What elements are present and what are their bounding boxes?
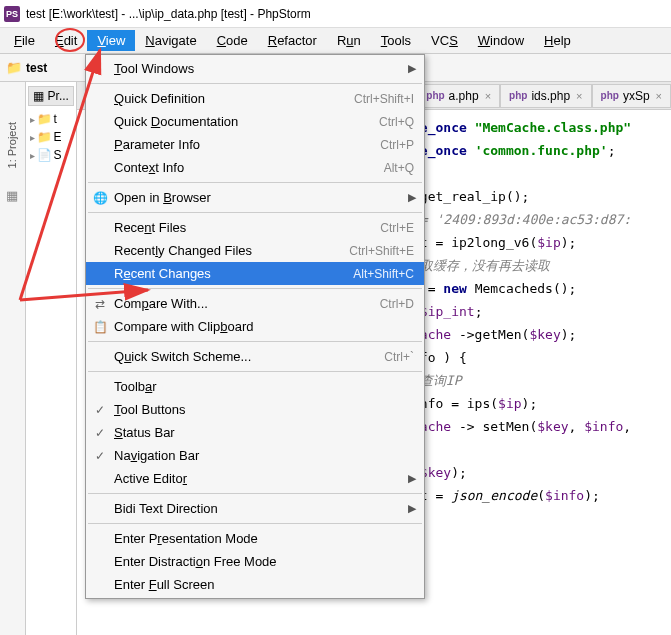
menu-item[interactable]: Recently Changed FilesCtrl+Shift+E [86,239,424,262]
project-tree-title: Pr... [48,89,69,103]
menu-file[interactable]: File [4,30,45,51]
menu-item-icon: ✓ [92,426,108,440]
menu-item[interactable]: Context InfoAlt+Q [86,156,424,179]
menu-item[interactable]: ✓Navigation Bar [86,444,424,467]
editor-tab[interactable]: phpids.php× [500,84,591,108]
close-icon[interactable]: × [576,90,582,102]
menu-item[interactable]: 🌐Open in Browser▶ [86,186,424,209]
menu-separator [88,212,422,213]
tree-node[interactable]: ▸📄S [28,146,75,164]
php-icon: php [426,90,444,101]
menu-item[interactable]: ✓Status Bar [86,421,424,444]
menu-item[interactable]: Quick DefinitionCtrl+Shift+I [86,87,424,110]
menu-help[interactable]: Help [534,30,581,51]
tree-node[interactable]: ▸📁E [28,128,75,146]
project-tool-tab[interactable]: 1: Project [6,122,18,168]
menu-item-icon: ✓ [92,403,108,417]
editor-tab[interactable]: phpyxSp× [592,84,671,108]
menu-item[interactable]: ⇄Compare With...Ctrl+D [86,292,424,315]
menu-item[interactable]: Quick Switch Scheme...Ctrl+` [86,345,424,368]
app-icon: PS [4,6,20,22]
php-icon: php [509,90,527,101]
chevron-right-icon: ▶ [408,472,416,485]
menu-run[interactable]: Run [327,30,371,51]
menu-window[interactable]: Window [468,30,534,51]
menu-separator [88,83,422,84]
menu-item[interactable]: Quick DocumentationCtrl+Q [86,110,424,133]
menu-item[interactable]: Parameter InfoCtrl+P [86,133,424,156]
menu-edit[interactable]: Edit [45,30,87,51]
menu-item[interactable]: Enter Distraction Free Mode [86,550,424,573]
menu-separator [88,371,422,372]
left-gutter: 1: Project ▦ [0,82,26,635]
menu-tools[interactable]: Tools [371,30,421,51]
menu-navigate[interactable]: Navigate [135,30,206,51]
menu-item[interactable]: Recent FilesCtrl+E [86,216,424,239]
window-title: test [E:\work\test] - ...\ip\ip_data.php… [26,7,311,21]
structure-icon[interactable]: ▦ [6,188,18,203]
title-bar: PS test [E:\work\test] - ...\ip\ip_data.… [0,0,671,28]
close-icon[interactable]: × [485,90,491,102]
menu-item[interactable]: Active Editor▶ [86,467,424,490]
close-icon[interactable]: × [656,90,662,102]
menu-item[interactable]: Recent ChangesAlt+Shift+C [86,262,424,285]
project-icon: ▦ [33,89,44,103]
tree-node[interactable]: ▸📁t [28,110,75,128]
menu-view[interactable]: View [87,30,135,51]
menu-item[interactable]: Tool Windows▶ [86,57,424,80]
menu-separator [88,341,422,342]
menu-item-icon: 📋 [92,320,108,334]
project-tree[interactable]: ▦ Pr... ▸📁t▸📁E▸📄S [26,82,78,635]
menu-vcs[interactable]: VCS [421,30,468,51]
php-icon: php [601,90,619,101]
menu-item[interactable]: Enter Full Screen [86,573,424,596]
editor-tab[interactable]: phpa.php× [417,84,500,108]
menu-refactor[interactable]: Refactor [258,30,327,51]
view-menu-dropdown: Tool Windows▶Quick DefinitionCtrl+Shift+… [85,54,425,599]
menu-bar: FileEditViewNavigateCodeRefactorRunTools… [0,28,671,54]
chevron-right-icon: ▶ [408,62,416,75]
chevron-right-icon: ▶ [408,191,416,204]
menu-separator [88,182,422,183]
menu-item-icon: ✓ [92,449,108,463]
menu-item[interactable]: ✓Tool Buttons [86,398,424,421]
menu-separator [88,523,422,524]
menu-separator [88,288,422,289]
menu-item[interactable]: Toolbar [86,375,424,398]
menu-item[interactable]: 📋Compare with Clipboard [86,315,424,338]
menu-separator [88,493,422,494]
folder-icon: 📁 [6,60,22,75]
menu-item-icon: 🌐 [92,191,108,205]
breadcrumb[interactable]: test [26,61,47,75]
menu-item-icon: ⇄ [92,297,108,311]
project-tree-header[interactable]: ▦ Pr... [28,86,75,106]
menu-item[interactable]: Bidi Text Direction▶ [86,497,424,520]
menu-code[interactable]: Code [207,30,258,51]
menu-item[interactable]: Enter Presentation Mode [86,527,424,550]
chevron-right-icon: ▶ [408,502,416,515]
